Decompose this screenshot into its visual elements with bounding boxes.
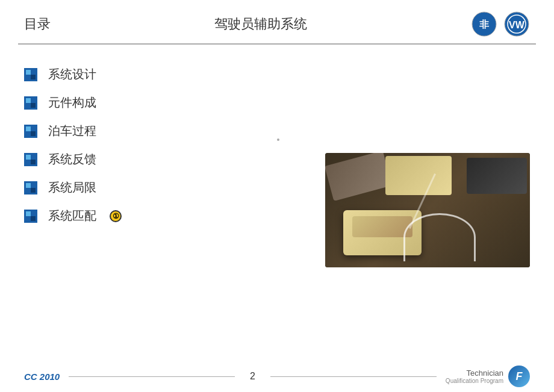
menu-bullet-icon-5 (24, 210, 37, 223)
menu-item-2: 泊车过程 (24, 119, 307, 143)
menu-label-0: 系统设计 (48, 66, 96, 82)
faw-logo-icon: 非 (471, 11, 497, 37)
menu-badge-5: ① (110, 210, 122, 222)
header: 目录 驾驶员辅助系统 非 VW (0, 0, 554, 43)
technician-logo-icon: F (508, 366, 530, 387)
footer-course-label: CC 2010 (24, 372, 60, 382)
menu-item-4: 系统局限 (24, 176, 307, 199)
vw-logo-icon: VW (503, 11, 530, 37)
main-content: 系统设计元件构成泊车过程系统反馈系统局限系统匹配① (0, 45, 554, 267)
menu-bullet-icon-4 (24, 181, 37, 194)
menu-item-5: 系统匹配① (24, 204, 307, 228)
menu-bullet-icon-1 (24, 96, 37, 110)
footer: CC 2010 2 Technician Qualification Progr… (0, 361, 554, 392)
menu-label-2: 泊车过程 (48, 123, 96, 139)
page-title-left: 目录 (24, 15, 51, 33)
car-topleft (325, 153, 392, 201)
menu-item-0: 系统设计 (24, 63, 307, 86)
car-topcenter (385, 156, 452, 195)
menu-label-1: 元件构成 (48, 95, 96, 111)
svg-text:VW: VW (509, 20, 525, 30)
parking-image (325, 153, 530, 267)
header-logos: 非 VW (471, 11, 530, 37)
menu-label-5: 系统匹配 (48, 208, 96, 224)
qualification-label: Qualification Program (446, 378, 503, 384)
decorative-dot (277, 138, 279, 141)
parking-scene (325, 153, 530, 267)
menu-bullet-icon-2 (24, 125, 37, 138)
car-topright (467, 158, 527, 194)
technician-text: Technician Qualification Program (446, 369, 503, 384)
footer-line-left (69, 376, 235, 377)
menu-label-4: 系统局限 (48, 179, 96, 196)
footer-line-right (270, 376, 437, 377)
technician-label: Technician (446, 369, 503, 378)
menu-item-1: 元件构成 (24, 91, 307, 114)
menu-bullet-icon-3 (24, 153, 37, 166)
menu-bullet-icon-0 (24, 68, 37, 81)
menu-item-3: 系统反馈 (24, 148, 307, 171)
menu-label-3: 系统反馈 (48, 151, 96, 167)
footer-right: Technician Qualification Program F (446, 366, 530, 387)
svg-text:非: 非 (479, 19, 490, 30)
page-title-center: 驾驶员辅助系统 (51, 15, 471, 33)
car-image-area (325, 153, 530, 267)
footer-page-number: 2 (250, 371, 255, 382)
menu-list: 系统设计元件构成泊车过程系统反馈系统局限系统匹配① (24, 57, 307, 267)
